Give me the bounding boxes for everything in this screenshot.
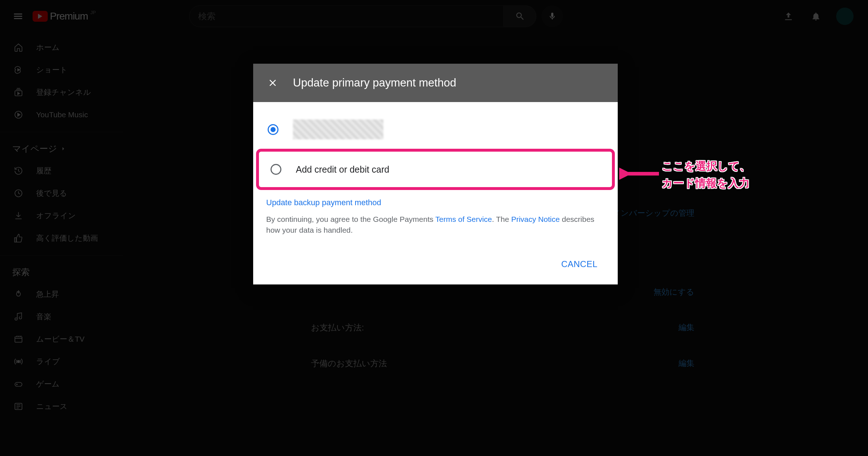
- annotation-arrow-icon: [619, 163, 663, 185]
- annotation-highlight: Add credit or debit card: [256, 149, 615, 190]
- radio-selected-icon: [268, 124, 278, 135]
- add-card-label: Add credit or debit card: [296, 164, 389, 175]
- modal-body: Add credit or debit card Update backup p…: [253, 102, 618, 245]
- payment-modal: Update primary payment method Add credit…: [253, 64, 618, 284]
- payment-option-add-card[interactable]: Add credit or debit card: [269, 158, 602, 181]
- update-backup-link[interactable]: Update backup payment method: [266, 194, 381, 214]
- tos-link[interactable]: Terms of Service: [435, 215, 492, 223]
- modal-title: Update primary payment method: [293, 76, 456, 89]
- redacted-card-info: [293, 119, 383, 139]
- close-icon: [267, 77, 278, 88]
- legal-text: By continuing, you agree to the Google P…: [266, 214, 605, 240]
- cancel-button[interactable]: CANCEL: [561, 259, 597, 269]
- payment-option-existing[interactable]: [266, 113, 605, 146]
- modal-header: Update primary payment method: [253, 64, 618, 102]
- annotation-text: ここを選択して、 カード情報を入力: [662, 158, 750, 191]
- close-button[interactable]: [266, 76, 279, 89]
- privacy-link[interactable]: Privacy Notice: [511, 215, 559, 223]
- modal-footer: CANCEL: [253, 245, 618, 284]
- radio-unselected-icon: [271, 164, 281, 175]
